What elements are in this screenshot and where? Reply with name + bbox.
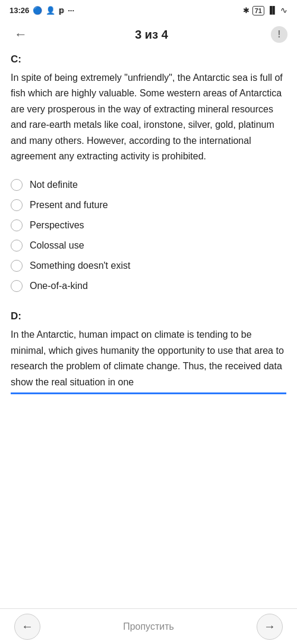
radio-colossal-use[interactable] bbox=[11, 240, 23, 252]
status-dots: ··· bbox=[68, 6, 74, 15]
bottom-nav: ← Пропустить → bbox=[0, 608, 297, 644]
info-button[interactable]: ! bbox=[271, 26, 287, 43]
option-one-of-a-kind[interactable]: One-of-a-kind bbox=[11, 276, 286, 296]
battery-level: 71 bbox=[252, 6, 264, 15]
section-c-label: C: bbox=[11, 54, 286, 65]
option-label-perspectives: Perspectives bbox=[30, 220, 84, 231]
bottom-next-button[interactable]: → bbox=[257, 614, 283, 640]
radio-perspectives[interactable] bbox=[11, 219, 23, 231]
radio-one-of-a-kind[interactable] bbox=[11, 280, 23, 292]
back-button[interactable]: ← bbox=[10, 24, 32, 45]
radio-something-doesnt-exist[interactable] bbox=[11, 260, 23, 272]
status-icon-p: 𝕡 bbox=[59, 6, 64, 15]
main-content: C: In spite of being extremely "unfriend… bbox=[0, 54, 297, 436]
option-label-one-of-a-kind: One-of-a-kind bbox=[30, 281, 88, 291]
bluetooth-icon: ✱ bbox=[243, 6, 249, 15]
option-label-present-future: Present and future bbox=[30, 200, 108, 211]
options-list: Not definite Present and future Perspect… bbox=[11, 175, 286, 296]
option-not-definite[interactable]: Not definite bbox=[11, 175, 286, 195]
option-perspectives[interactable]: Perspectives bbox=[11, 215, 286, 235]
radio-present-future[interactable] bbox=[11, 199, 23, 211]
option-colossal-use[interactable]: Colossal use bbox=[11, 235, 286, 256]
signal-icon: ▐▌ bbox=[267, 6, 277, 14]
status-bar: 13:26 🔵 👤 𝕡 ··· ✱ 71 ▐▌ ∿ bbox=[0, 0, 297, 19]
option-something-doesnt-exist[interactable]: Something doesn't exist bbox=[11, 256, 286, 276]
section-d-label: D: bbox=[11, 310, 286, 322]
option-label-colossal-use: Colossal use bbox=[30, 240, 84, 251]
radio-not-definite[interactable] bbox=[11, 179, 23, 191]
status-icon-face: 👤 bbox=[46, 6, 55, 15]
page-title: 3 из 4 bbox=[135, 28, 168, 42]
skip-button[interactable]: Пропустить bbox=[123, 621, 174, 632]
wifi-icon: ∿ bbox=[280, 5, 287, 15]
nav-bar: ← 3 из 4 ! bbox=[0, 19, 297, 50]
status-left: 13:26 🔵 👤 𝕡 ··· bbox=[10, 6, 74, 15]
battery-icon: 71 bbox=[252, 5, 264, 15]
option-present-future[interactable]: Present and future bbox=[11, 195, 286, 215]
status-time: 13:26 bbox=[10, 6, 29, 15]
status-icon-circle: 🔵 bbox=[33, 6, 42, 15]
bottom-back-button[interactable]: ← bbox=[14, 614, 40, 640]
section-c-passage: In spite of being extremely "unfriendly"… bbox=[11, 70, 286, 164]
section-d-passage: In the Antarctic, human impact on climat… bbox=[11, 327, 286, 390]
option-label-not-definite: Not definite bbox=[30, 180, 78, 190]
status-right: ✱ 71 ▐▌ ∿ bbox=[243, 5, 287, 15]
option-label-something-doesnt-exist: Something doesn't exist bbox=[30, 260, 130, 271]
